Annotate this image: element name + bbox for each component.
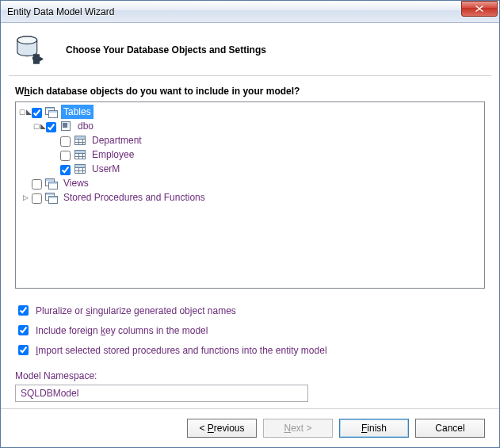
checkbox-pluralize[interactable] (18, 305, 29, 316)
tree-label[interactable]: Views (61, 176, 91, 190)
tree-node-tables[interactable]: ▢◣ Tables (16, 105, 484, 119)
svg-point-1 (17, 36, 37, 44)
wizard-footer: < Previous Next > Finish Cancel (1, 408, 499, 447)
database-icon (15, 34, 48, 66)
table-icon (74, 148, 86, 161)
tree-label[interactable]: UserM (90, 162, 122, 176)
tree-node-table-employee[interactable]: ▸ Employee (16, 147, 484, 162)
prompt-label: Which database objects do you want to in… (15, 86, 485, 97)
collapse-icon[interactable]: ▢◣ (33, 119, 46, 133)
expand-icon[interactable]: ▷ (19, 190, 32, 205)
namespace-label: Model Namespace: (15, 370, 485, 381)
checkbox-sprocs[interactable] (32, 193, 42, 204)
collapse-icon[interactable]: ▢◣ (19, 105, 32, 119)
option-foreign-keys[interactable]: Include foreign key columns in the model (15, 323, 485, 338)
tree-label[interactable]: Tables (61, 105, 94, 119)
finish-button[interactable]: Finish (339, 419, 409, 438)
table-icon (74, 163, 86, 175)
wizard-body: Which database objects do you want to in… (1, 76, 499, 408)
tree-label[interactable]: Stored Procedures and Functions (61, 190, 208, 205)
table-icon (74, 134, 86, 147)
tree-node-schema-dbo[interactable]: ▢◣ dbo (16, 119, 484, 133)
tree-node-table-department[interactable]: ▸ Department (16, 133, 484, 147)
tree-label[interactable]: Employee (90, 147, 136, 162)
cancel-button[interactable]: Cancel (415, 419, 485, 438)
checkbox-employee[interactable] (60, 151, 71, 161)
page-heading: Choose Your Database Objects and Setting… (66, 44, 266, 56)
tables-icon (45, 105, 58, 118)
checkbox-dbo[interactable] (46, 122, 56, 132)
tree-node-sprocs[interactable]: ▷ Stored Procedures and Functions (16, 190, 484, 205)
tree-label[interactable]: dbo (75, 119, 96, 133)
object-tree[interactable]: ▢◣ Tables ▢◣ dbo ▸ Department ▸ (15, 101, 485, 289)
close-button[interactable] (461, 1, 498, 17)
checkbox-views[interactable] (32, 179, 42, 190)
window-title: Entity Data Model Wizard (7, 6, 461, 17)
checkbox-tables[interactable] (32, 108, 42, 118)
option-pluralize[interactable]: Pluralize or singularize generated objec… (15, 303, 485, 318)
option-import-sprocs[interactable]: Import selected stored procedures and fu… (15, 343, 485, 358)
tree-node-table-userm[interactable]: ▸ UserM (16, 162, 484, 176)
wizard-header: Choose Your Database Objects and Setting… (1, 23, 499, 75)
close-icon (475, 6, 483, 12)
checkbox-fk[interactable] (18, 325, 29, 335)
tree-label[interactable]: Department (90, 133, 144, 147)
svg-rect-2 (32, 57, 37, 60)
next-button: Next > (263, 419, 333, 438)
tables-icon (45, 191, 58, 204)
tables-icon (45, 177, 58, 190)
tree-node-views[interactable]: ▸ Views (16, 176, 484, 190)
titlebar: Entity Data Model Wizard (1, 1, 499, 23)
options-group: Pluralize or singularize generated objec… (15, 298, 485, 362)
checkbox-import[interactable] (18, 345, 29, 355)
schema-icon (59, 120, 72, 132)
wizard-window: Entity Data Model Wizard Choose Your Dat… (0, 0, 500, 448)
checkbox-userm[interactable] (60, 165, 71, 175)
checkbox-department[interactable] (60, 136, 71, 147)
namespace-input[interactable] (15, 385, 308, 402)
previous-button[interactable]: < Previous (187, 419, 257, 438)
